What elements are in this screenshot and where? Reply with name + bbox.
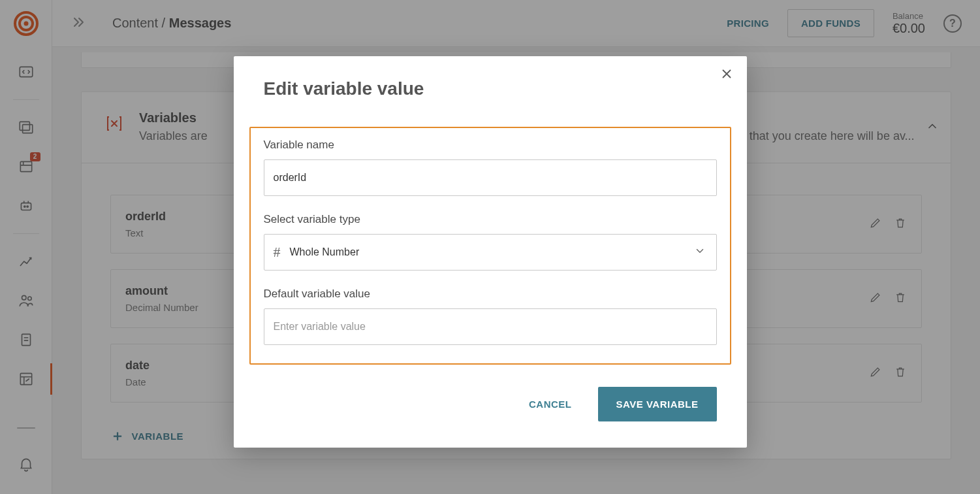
cancel-button[interactable]: CANCEL [522,391,578,418]
variable-type-select[interactable]: # Whole Number [264,234,717,271]
chevron-down-icon [694,245,706,259]
variable-name-input[interactable] [264,159,717,196]
variable-type-value: Whole Number [290,246,360,258]
field-type-label: Select variable type [264,213,717,226]
modal-fields-highlight: Variable name Select variable type # Who… [249,127,731,365]
modal-title: Edit variable value [264,78,717,99]
close-icon[interactable] [719,67,734,84]
hash-icon: # [274,244,281,261]
field-default-label: Default variable value [264,288,717,301]
edit-variable-modal: Edit variable value Variable name Select… [234,56,747,448]
field-name-label: Variable name [264,139,717,152]
default-value-input[interactable] [264,308,717,345]
save-variable-button[interactable]: SAVE VARIABLE [598,387,717,421]
